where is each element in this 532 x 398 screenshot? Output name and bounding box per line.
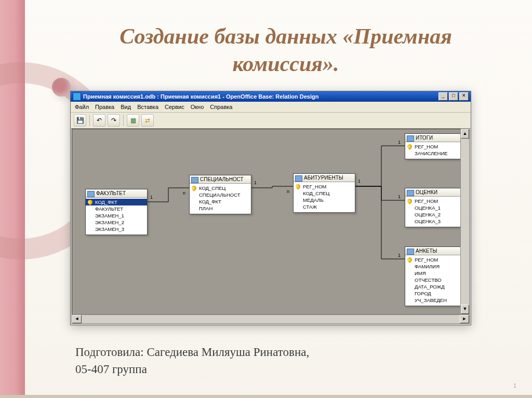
new-relation-button[interactable]: ⇄ — [141, 114, 154, 127]
table-body: РЕГ_НОМ ЗАЧИСЛЕНИЕ — [405, 142, 467, 159]
redo-button[interactable]: ↷ — [108, 114, 120, 127]
table-body: КОД_СПЕЦ СПЕЦИАЛЬНОСТ КОД_ФКТ ПЛАН — [190, 184, 251, 214]
window-close-button[interactable]: ✕ — [459, 92, 469, 101]
undo-button[interactable]: ↶ — [93, 114, 105, 127]
field-row[interactable]: КОД_СПЕЦ — [294, 190, 355, 197]
field-row[interactable]: ЗАЧИСЛЕНИЕ — [405, 150, 467, 157]
window-maximize-button[interactable]: □ — [449, 92, 458, 101]
table-body: РЕГ_НОМ ФАМИЛИЯ ИМЯ ОТЧЕСТВО ДАТА_РОЖД Г… — [405, 255, 467, 306]
menu-edit[interactable]: Правка — [95, 104, 114, 110]
field-row[interactable]: ОТЧЕСТВО — [405, 277, 467, 283]
field-row[interactable]: ФАКУЛЬТЕТ — [86, 205, 147, 212]
menu-tools[interactable]: Сервис — [165, 104, 184, 110]
table-header[interactable]: АБИТУРИЕНТЫ — [294, 174, 355, 182]
field-row[interactable]: ЭКЗАМЕН_1 — [86, 212, 147, 219]
table-header[interactable]: ИТОГИ — [405, 134, 467, 142]
field-row[interactable]: ОЦЕНКА_2 — [405, 211, 467, 218]
table-header[interactable]: ОЦЕНКИ — [405, 188, 467, 197]
page-number: 1 — [513, 382, 516, 389]
slide: Создание базы данных «Приемная комиссия»… — [0, 0, 532, 398]
decorative-dot — [52, 78, 71, 97]
slide-title: Создание базы данных «Приемная комиссия»… — [88, 23, 483, 77]
cardinality-label: n — [287, 189, 289, 194]
field-row[interactable]: ПЛАН — [190, 205, 251, 212]
horizontal-scrollbar[interactable]: ◄ ► — [72, 314, 470, 324]
author-line-2: 05-407 группа — [75, 361, 309, 378]
field-row[interactable]: ОЦЕНКА_3 — [405, 218, 467, 225]
table-ankety[interactable]: АНКЕТЫ РЕГ_НОМ ФАМИЛИЯ ИМЯ ОТЧЕСТВО ДАТА… — [405, 246, 467, 306]
menu-help[interactable]: Справка — [210, 104, 232, 110]
table-header[interactable]: АНКЕТЫ — [405, 247, 467, 255]
menu-file[interactable]: Файл — [75, 104, 89, 110]
scroll-up-icon[interactable]: ▲ — [461, 129, 469, 139]
table-ocenki[interactable]: ОЦЕНКИ РЕГ_НОМ ОЦЕНКА_1 ОЦЕНКА_2 ОЦЕНКА_… — [405, 188, 467, 227]
new-relation-icon: ⇄ — [145, 117, 150, 124]
table-fakultet[interactable]: ФАКУЛЬТЕТ КОД_ФКТ ФАКУЛЬТЕТ ЭКЗАМЕН_1 ЭК… — [85, 189, 148, 235]
field-row[interactable]: КОД_СПЕЦ — [190, 185, 251, 191]
add-table-button[interactable]: ▦ — [127, 114, 139, 127]
scroll-down-icon[interactable]: ▼ — [461, 305, 469, 314]
table-body: РЕГ_НОМ ОЦЕНКА_1 ОЦЕНКА_2 ОЦЕНКА_3 — [405, 197, 467, 227]
menu-view[interactable]: Вид — [121, 104, 131, 110]
author-block: Подготовила: Сагедиева Миляуша Ринатовна… — [75, 344, 309, 378]
menu-insert[interactable]: Вставка — [137, 104, 158, 110]
cardinality-label: 1 — [398, 194, 401, 199]
save-icon: 💾 — [76, 117, 84, 124]
cardinality-label: 1 — [254, 180, 257, 185]
table-spec[interactable]: СПЕЦИАЛЬНОСТ КОД_СПЕЦ СПЕЦИАЛЬНОСТ КОД_Ф… — [189, 175, 251, 214]
field-row[interactable]: РЕГ_НОМ — [405, 143, 467, 150]
toolbar: 💾 ↶ ↷ ▦ ⇄ — [71, 113, 471, 129]
field-row[interactable]: ДАТА_РОЖД — [405, 283, 467, 290]
window-controls: _ □ ✕ — [438, 92, 469, 101]
cardinality-label: 1 — [398, 253, 401, 258]
field-row[interactable]: РЕГ_НОМ — [294, 183, 355, 190]
toolbar-separator — [123, 115, 124, 126]
scroll-right-icon[interactable]: ► — [460, 315, 469, 323]
cardinality-label: n — [183, 190, 185, 196]
scroll-left-icon[interactable]: ◄ — [72, 315, 82, 323]
field-row[interactable]: КОД_ФКТ — [86, 199, 147, 205]
table-abitur[interactable]: АБИТУРИЕНТЫ РЕГ_НОМ КОД_СПЕЦ МЕДАЛЬ СТАЖ — [293, 173, 355, 213]
field-row[interactable]: РЕГ_НОМ — [405, 256, 467, 263]
field-row[interactable]: СПЕЦИАЛЬНОСТ — [190, 191, 251, 198]
field-row[interactable]: ЭКЗАМЕН_3 — [86, 226, 147, 232]
toolbar-separator — [89, 115, 90, 126]
add-table-icon: ▦ — [130, 117, 136, 124]
cardinality-label: 1 — [398, 140, 401, 145]
field-row[interactable]: ОЦЕНКА_1 — [405, 204, 467, 211]
window-titlebar[interactable]: Приемная комиссия1.odb : Приемная комисс… — [71, 91, 471, 102]
window-title: Приемная комиссия1.odb : Приемная комисс… — [83, 93, 438, 100]
table-header[interactable]: СПЕЦИАЛЬНОСТ — [190, 175, 251, 184]
menu-window[interactable]: Окно — [191, 104, 204, 110]
save-button[interactable]: 💾 — [74, 114, 86, 127]
field-row[interactable]: КОД_ФКТ — [190, 198, 251, 205]
table-itogi[interactable]: ИТОГИ РЕГ_НОМ ЗАЧИСЛЕНИЕ — [405, 133, 467, 159]
cardinality-label: 1 — [150, 195, 153, 200]
table-header[interactable]: ФАКУЛЬТЕТ — [86, 189, 147, 198]
relation-canvas[interactable]: 1 n 1 n 1 1 1 1 ФАКУЛЬТЕТ КОД_ФКТ ФАКУЛЬ… — [72, 129, 470, 314]
vertical-scrollbar[interactable]: ▲ ▼ — [460, 129, 470, 314]
window-minimize-button[interactable]: _ — [438, 92, 448, 101]
redo-icon: ↷ — [111, 117, 116, 124]
app-icon — [73, 92, 81, 101]
field-row[interactable]: ИМЯ — [405, 270, 467, 277]
field-row[interactable]: ЭКЗАМЕН_2 — [86, 219, 147, 226]
table-body: РЕГ_НОМ КОД_СПЕЦ МЕДАЛЬ СТАЖ — [294, 182, 355, 212]
app-window: Приемная комиссия1.odb : Приемная комисс… — [70, 91, 471, 325]
undo-icon: ↶ — [97, 117, 102, 124]
cardinality-label: 1 — [358, 179, 361, 184]
field-row[interactable]: СТАЖ — [294, 203, 355, 210]
field-row[interactable]: УЧ_ЗАВЕДЕН — [405, 297, 467, 304]
author-line-1: Подготовила: Сагедиева Миляуша Ринатовна… — [75, 344, 309, 361]
menubar: Файл Правка Вид Вставка Сервис Окно Спра… — [71, 102, 471, 113]
field-row[interactable]: МЕДАЛЬ — [294, 197, 355, 203]
field-row[interactable]: ФАМИЛИЯ — [405, 263, 467, 270]
field-row[interactable]: РЕГ_НОМ — [405, 198, 467, 204]
table-body: КОД_ФКТ ФАКУЛЬТЕТ ЭКЗАМЕН_1 ЭКЗАМЕН_2 ЭК… — [86, 198, 147, 235]
field-row[interactable]: ГОРОД — [405, 290, 467, 297]
